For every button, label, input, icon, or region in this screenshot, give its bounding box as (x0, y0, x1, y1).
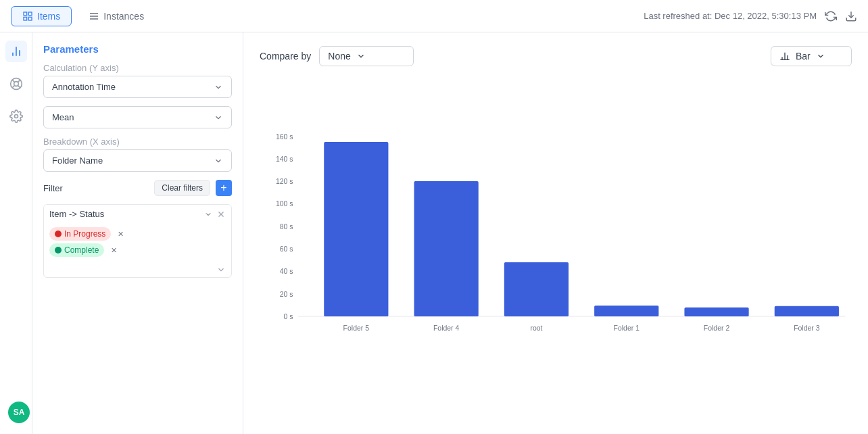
chart-type-value: Bar (796, 51, 811, 62)
svg-text:Folder 5: Folder 5 (343, 324, 370, 332)
svg-text:160 s: 160 s (276, 133, 293, 141)
complete-label: Complete (64, 245, 99, 255)
svg-text:120 s: 120 s (276, 178, 293, 185)
last-refreshed-text: Last refreshed at: Dec 12, 2022, 5:30:13… (644, 11, 817, 21)
sidebar-icon-dashboard[interactable] (5, 41, 27, 62)
svg-text:0 s: 0 s (284, 313, 293, 320)
svg-line-8 (18, 85, 20, 88)
add-filter-button[interactable]: + (216, 180, 232, 196)
filter-tag-in-progress: In Progress (49, 227, 111, 241)
svg-line-9 (18, 80, 20, 82)
chart-icon (9, 77, 23, 91)
calculation-value: Annotation Time (52, 82, 116, 92)
svg-point-15 (55, 247, 62, 254)
tab-instances[interactable]: Instances (77, 6, 155, 26)
compare-by-group: Compare by None (260, 46, 414, 66)
bar-folder3 (775, 306, 839, 316)
svg-rect-0 (24, 12, 27, 16)
tab-group: Items Instances (11, 6, 155, 26)
close-icon (216, 210, 226, 219)
complete-dot (55, 247, 62, 254)
calculation-axis-label: (Y axis) (89, 63, 119, 73)
compare-by-dropdown[interactable]: None (319, 46, 414, 66)
bar-chart: 160 s 140 s 120 s 100 s 80 s 60 s 40 s 2… (260, 80, 852, 420)
refresh-button[interactable] (825, 10, 837, 22)
svg-rect-3 (28, 17, 32, 20)
svg-rect-1 (28, 12, 32, 16)
aggregation-section: Mean (43, 106, 232, 128)
chevron-down-icon (816, 51, 825, 61)
top-bar-right: Last refreshed at: Dec 12, 2022, 5:30:13… (644, 10, 857, 22)
svg-point-14 (55, 231, 62, 237)
compare-by-value: None (328, 51, 350, 62)
filter-label: Filter (43, 183, 63, 193)
sidebar-icon-chart[interactable] (5, 73, 27, 95)
filter-remove-button[interactable] (216, 210, 226, 219)
svg-line-10 (12, 85, 15, 88)
filter-dropdown[interactable]: Item -> Status (49, 209, 212, 219)
sidebar-icon-settings[interactable] (5, 105, 27, 127)
chevron-down-icon (356, 51, 366, 61)
instances-icon (89, 11, 99, 22)
bar-folder1 (594, 306, 658, 316)
in-progress-dot (55, 231, 62, 237)
sidebar-icons (0, 32, 32, 434)
tag-complete-row: Complete ✕ (49, 243, 226, 257)
settings-icon (9, 110, 23, 123)
refresh-icon (825, 10, 837, 22)
filter-item-status: Item -> Status In Progress ✕ (43, 204, 232, 278)
calculation-dropdown[interactable]: Annotation Time (43, 76, 232, 98)
chevron-down-icon (216, 265, 226, 274)
chart-area: Compare by None Bar 160 s 140 s (243, 32, 868, 434)
bar-folder4 (414, 181, 479, 316)
left-panel: Parameters Calculation (Y axis) Annotati… (32, 32, 243, 434)
chart-controls: Compare by None Bar (260, 46, 852, 66)
tag-remove-complete[interactable]: ✕ (111, 246, 117, 255)
bar-root (504, 262, 569, 316)
main-layout: Parameters Calculation (Y axis) Annotati… (0, 32, 868, 434)
chevron-down-icon (214, 113, 223, 122)
bar-chart-icon (779, 51, 790, 62)
aggregation-dropdown[interactable]: Mean (43, 106, 232, 128)
filter-row: Filter Clear filters + (43, 180, 232, 196)
calculation-label: Calculation (43, 63, 87, 73)
svg-rect-2 (24, 17, 27, 20)
svg-text:Folder 1: Folder 1 (614, 324, 640, 332)
filter-tags: In Progress ✕ Complete ✕ (44, 223, 231, 262)
svg-text:40 s: 40 s (280, 268, 293, 275)
svg-text:Folder 4: Folder 4 (433, 324, 460, 332)
download-button[interactable] (845, 10, 857, 22)
filter-actions: Clear filters + (154, 180, 232, 196)
avatar[interactable]: SA (8, 402, 30, 423)
svg-text:root: root (530, 324, 542, 332)
svg-text:80 s: 80 s (280, 223, 293, 231)
download-icon (845, 10, 857, 22)
svg-text:20 s: 20 s (280, 291, 293, 298)
tag-remove-in-progress[interactable]: ✕ (118, 230, 124, 239)
dashboard-icon (9, 45, 23, 58)
top-bar: Items Instances Last refreshed at: Dec 1… (0, 0, 868, 32)
filter-dropdown-value: Item -> Status (49, 209, 104, 219)
svg-line-7 (12, 80, 15, 82)
tag-in-progress-row: In Progress ✕ (49, 227, 226, 241)
breakdown-section: Breakdown (X axis) Folder Name (43, 137, 232, 172)
clear-filters-button[interactable]: Clear filters (154, 180, 210, 196)
chart-svg: 160 s 140 s 120 s 100 s 80 s 60 s 40 s 2… (260, 80, 852, 420)
aggregation-value: Mean (52, 112, 74, 122)
bar-folder5 (324, 142, 388, 316)
bar-folder2 (684, 308, 748, 316)
filter-tag-complete: Complete (49, 243, 104, 257)
breakdown-label: Breakdown (43, 137, 87, 147)
breakdown-dropdown[interactable]: Folder Name (43, 149, 232, 172)
svg-point-11 (14, 115, 18, 118)
compare-by-label: Compare by (260, 51, 311, 62)
chart-type-dropdown[interactable]: Bar (771, 46, 852, 66)
chevron-down-icon (204, 210, 212, 218)
breakdown-axis-label: (X axis) (90, 137, 120, 147)
chevron-down-icon (214, 82, 223, 92)
filter-item-header: Item -> Status (44, 205, 231, 223)
tab-items[interactable]: Items (11, 6, 72, 26)
filter-expand-button[interactable] (44, 262, 231, 277)
svg-text:100 s: 100 s (276, 200, 293, 208)
in-progress-label: In Progress (64, 229, 105, 239)
